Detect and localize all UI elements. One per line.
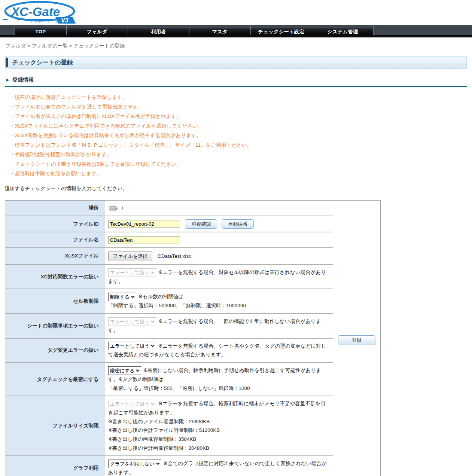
nav-item-master[interactable]: マスタ [189,25,251,35]
xc-error-select: エラーとして扱う [108,268,156,277]
auto-number-button[interactable]: 自動採番 [222,219,254,229]
nav-item-label: チェックシート設定 [251,28,312,35]
nav-item-label: TOP [15,28,66,35]
row-label: タグ変更エラーの扱い [5,338,104,363]
nav-item-users[interactable]: 利用者 [128,25,189,35]
row-label: ファイルID [5,216,104,232]
nav-item-label: 利用者 [128,28,189,35]
choose-file-button[interactable]: ファイルを選択 [108,251,153,261]
triangle-right-icon: ▶ [6,77,9,82]
tag-error-select[interactable]: エラーとして扱う [108,342,156,350]
file-id-input[interactable] [108,220,180,228]
nav-item-checksheet-settings[interactable]: チェックシート設定 [251,25,312,35]
row-label: タグチェックを厳密にする [5,363,104,396]
row-file-id: ファイルID 重複確認 自動採番 [5,216,381,232]
field-note: ※セル数の制限値は [138,294,184,299]
row-label: グラフ利用 [5,456,104,476]
page-title-bar: チェックシートの登録 [5,56,467,69]
logo-brand-text: XC-Gate [10,5,60,19]
note-line: ・ファイルIDは全てのフォルダを通して重複出来ません。 [10,102,472,112]
checksheet-form-table: 場所 / 登録 ファイルID 重複確認 自動採番 ファイル名 [5,200,381,476]
row-label: XLSXファイル [5,248,104,265]
logo-kana-text: エクシーゲート [30,19,59,23]
note-line: ・ファイル名が未入力の場合は自動的にXLSXファイル名が登録されます。 [10,112,472,121]
selected-file-name: CDataTest.xlsx [158,253,191,259]
row-tag-change-error: タグ変更エラーの扱い エラーとして扱う ※エラーを無視する場合、シート名やタグ名… [5,338,381,363]
field-note-line2: 「制限する」選択時：500000、「無制限」選択時：1000000 [108,301,329,310]
note-line: ・超過時は手動で削除をお願いします。 [10,169,472,178]
nav-item-top[interactable]: TOP [15,25,67,35]
xc-gate-logo: XC-Gate エクシーゲート V3 [3,1,76,24]
section-divider [5,86,467,87]
submit-cell: 登録 [333,200,381,476]
row-sheet-restriction-error: シートの制限事項エラーの扱い エラーとして扱う ※エラーを無視する場合、一部の機… [5,314,381,338]
section-header: ▶ 登録情報 [6,76,467,83]
cell-limit-select[interactable]: 制限する [108,293,136,301]
breadcrumb: フォルダ > フォルダの一覧 > チェックシートの登録 [5,43,467,49]
nav-fill [374,25,472,35]
nav-item-folder[interactable]: フォルダ [67,25,128,35]
row-label: XC対応関数エラーの扱い [5,265,104,289]
logo-version-badge: V3 [61,17,68,24]
row-label: 場所 [5,200,104,216]
row-file-size-limit: ファイルサイズ制限 エラーとして扱う ※エラーを無視する場合、帳票利用時に端末が… [5,396,381,456]
row-label: セル数制限 [5,289,104,314]
form-instruction: 追加するチェックシートの情報を入力してください。 [4,185,472,192]
duplicate-check-button[interactable]: 重複確認 [185,219,217,229]
sheet-error-select: エラーとして扱う [108,317,156,326]
nav-item-label: マスタ [189,28,250,35]
section-title: 登録情報 [12,76,34,83]
row-label: ファイルサイズ制限 [5,396,104,456]
note-line: ・現在の場所に新規チェックシートを登録します。 [10,92,472,102]
folder-drive-icon [108,204,118,212]
row-xlsx-file: XLSXファイル ファイルを選択 CDataTest.xlsx [5,248,381,265]
main-nav: TOP フォルダ 利用者 マスタ チェックシート設定 システム管理 [0,25,472,37]
page-title: チェックシートの登録 [12,59,73,67]
file-size-error-select: エラーとして扱う [108,400,156,408]
note-line: ・XLSX関数を使用している場合は計算結果で丸め誤差が発生する場合があります。 [10,131,472,140]
row-label: ファイル名 [5,232,104,248]
nav-spacer [0,25,15,35]
row-tag-strict: タグチェックを厳密にする 厳密にする ※厳密にしない場合、帳票利用時に予期せぬ動… [5,363,381,396]
notes-list: ・現在の場所に新規チェックシートを登録します。 ・ファイルIDは全てのフォルダを… [10,92,472,178]
field-note-line2: 「厳密にする」選択時：500、「厳密にしない」選択時：1000 [108,384,329,393]
nav-item-label: フォルダ [67,28,128,35]
location-root-link[interactable]: / [122,205,123,211]
note-line: ・チェックシートの上書き登録件数は5件までを目安に登録してください。 [10,159,472,169]
size-limit-line: ※書き出し後のファイル容量制限：25600KB [108,417,329,426]
size-limit-line: ※書き出し後の合計画像容量制限：20480KB [108,444,329,453]
title-accent-bar [6,58,8,67]
row-cell-limit: セル数制限 制限する ※セル数の制限値は 「制限する」選択時：500000、「無… [5,289,381,314]
note-line: ・XLSXファイルには本システムで利用できる形式のファイルを選択してください。 [10,121,472,131]
row-xc-function-error: XC対応関数エラーの扱い エラーとして扱う ※エラーを無視する場合、対象セル以降… [5,265,381,289]
tag-strict-select[interactable]: 厳密にする [108,366,141,375]
row-label: シートの制限事項エラーの扱い [5,314,104,338]
graph-use-select[interactable]: グラフを利用しない [108,460,161,468]
row-file-name: ファイル名 [5,232,381,248]
size-limit-line: ※書き出し後の画像容量制限：3584KB [108,435,329,444]
nav-item-system-admin[interactable]: システム管理 [312,25,374,35]
header: XC-Gate エクシーゲート V3 [0,0,472,25]
register-button[interactable]: 登録 [338,335,375,345]
nav-item-label: システム管理 [312,28,373,35]
note-line: ・標準フォントはフォント名「ＭＳ Ｐゴシック」、スタイル「標準」、サイズ「11」… [10,140,472,150]
size-limit-line: ※書き出し後の合計ファイル容量制限：51200KB [108,426,329,435]
row-graph-use: グラフ利用 グラフを利用しない ※全てのグラフ設定に対応出来ていないので正しく変… [5,456,381,476]
file-name-input[interactable] [108,236,180,244]
row-location: 場所 / 登録 [5,200,381,216]
note-line: ・登録処理は数分程度の時間がかかります。 [10,150,472,159]
